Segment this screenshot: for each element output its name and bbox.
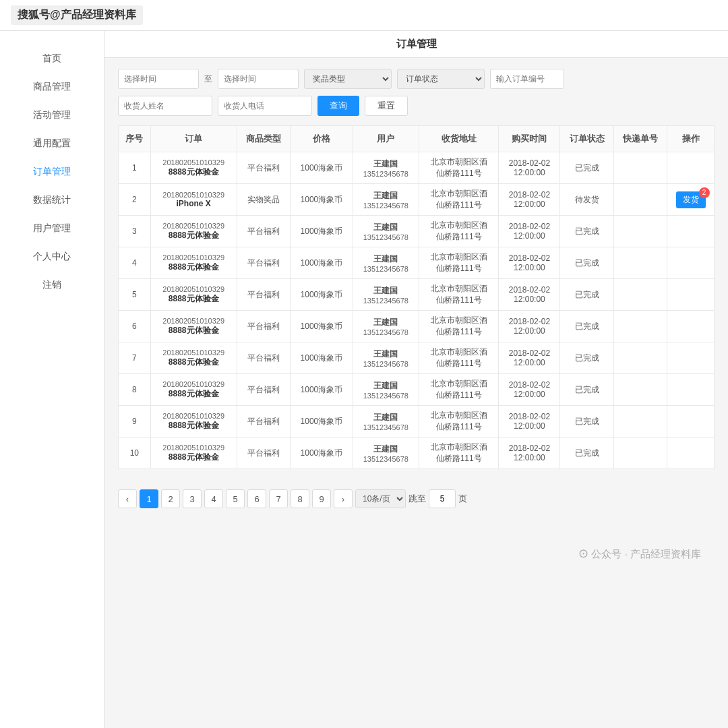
filter-row-1: 至 奖品类型 订单状态	[118, 69, 715, 89]
cell-user: 王建国13512345678	[353, 406, 419, 437]
cell-product-type: 平台福利	[237, 342, 290, 374]
cell-status: 已完成	[560, 247, 613, 279]
cell-product-type: 平台福利	[237, 152, 290, 184]
cell-user: 王建国13512345678	[353, 342, 419, 374]
table-row: 12018020510103298888元体验金平台福利1000海象币王建国13…	[119, 152, 715, 184]
date-to-input[interactable]	[218, 69, 299, 89]
sidebar-item-activities[interactable]: 活动管理	[0, 101, 104, 129]
sidebar-item-profile[interactable]: 个人中心	[0, 243, 104, 271]
cell-index: 1	[119, 152, 151, 184]
sidebar-item-orders[interactable]: 订单管理	[0, 158, 104, 186]
sidebar-item-users[interactable]: 用户管理	[0, 214, 104, 243]
table-row: 82018020510103298888元体验金平台福利1000海象币王建国13…	[119, 374, 715, 406]
cell-action	[667, 247, 715, 279]
cell-index: 4	[119, 247, 151, 279]
cell-product-type: 平台福利	[237, 311, 290, 342]
cell-user: 王建国13512345678	[353, 374, 419, 406]
order-no-input[interactable]	[490, 69, 564, 89]
cell-product-type: 平台福利	[237, 406, 290, 437]
col-address: 收货地址	[419, 126, 499, 152]
page-size-select[interactable]: 10条/页 20条/页 50条/页	[355, 489, 406, 508]
table-row: 92018020510103298888元体验金平台福利1000海象币王建国13…	[119, 406, 715, 437]
page-btn-6[interactable]: 6	[247, 489, 266, 508]
cell-buy-time: 2018-02-0212:00:00	[499, 374, 560, 406]
cell-product-type: 实物奖品	[237, 184, 290, 216]
page-btn-7[interactable]: 7	[269, 489, 288, 508]
cell-status: 已完成	[560, 406, 613, 437]
cell-status: 已完成	[560, 279, 613, 311]
query-button[interactable]: 查询	[317, 96, 359, 116]
cell-order: 2018020510103298888元体验金	[150, 279, 237, 311]
filter-row-2: 查询 重置	[118, 96, 715, 116]
cell-user: 王建国13512345678	[353, 184, 419, 216]
cell-user: 王建国13512345678	[353, 247, 419, 279]
cell-product-type: 平台福利	[237, 374, 290, 406]
cell-buy-time: 2018-02-0212:00:00	[499, 406, 560, 437]
sidebar-item-home[interactable]: 首页	[0, 44, 104, 73]
page-btn-8[interactable]: 8	[291, 489, 309, 508]
cell-buy-time: 2018-02-0212:00:00	[499, 437, 560, 469]
receiver-name-input[interactable]	[118, 96, 212, 116]
cell-order: 2018020510103298888元体验金	[150, 247, 237, 279]
date-from-input[interactable]	[118, 69, 199, 89]
cell-price: 1000海象币	[291, 184, 353, 216]
cell-action	[667, 152, 715, 184]
cell-buy-time: 2018-02-0212:00:00	[499, 152, 560, 184]
page-btn-5[interactable]: 5	[226, 489, 245, 508]
cell-order: 2018020510103298888元体验金	[150, 152, 237, 184]
cell-order: 2018020510103298888元体验金	[150, 311, 237, 342]
next-page-button[interactable]: ›	[334, 489, 353, 508]
main-content: 订单管理 至 奖品类型 订单状态 查询 重置	[104, 31, 728, 728]
cell-buy-time: 2018-02-0212:00:00	[499, 184, 560, 216]
cell-address: 北京市朝阳区酒仙桥路111号	[419, 152, 499, 184]
cell-buy-time: 2018-02-0212:00:00	[499, 311, 560, 342]
table-row: 52018020510103298888元体验金平台福利1000海象币王建国13…	[119, 279, 715, 311]
sidebar-item-logout[interactable]: 注销	[0, 271, 104, 299]
sidebar-item-stats[interactable]: 数据统计	[0, 186, 104, 214]
sidebar-item-config[interactable]: 通用配置	[0, 129, 104, 158]
cell-user: 王建国13512345678	[353, 152, 419, 184]
page-title: 订单管理	[104, 31, 728, 58]
cell-action: 发货2	[667, 184, 715, 216]
table-header-row: 序号 订单 商品类型 价格 用户 收货地址 购买时间 订单状态 快递单号 操作	[119, 126, 715, 152]
cell-index: 2	[119, 184, 151, 216]
cell-index: 7	[119, 342, 151, 374]
cell-address: 北京市朝阳区酒仙桥路111号	[419, 406, 499, 437]
table-row: 72018020510103298888元体验金平台福利1000海象币王建国13…	[119, 342, 715, 374]
cell-order: 2018020510103298888元体验金	[150, 374, 237, 406]
prev-page-button[interactable]: ‹	[118, 489, 137, 508]
cell-express	[613, 279, 667, 311]
watermark: ⊙ 公众号 · 产品经理资料库	[104, 526, 728, 574]
jump-input[interactable]	[429, 489, 456, 508]
cell-buy-time: 2018-02-0212:00:00	[499, 342, 560, 374]
cell-user: 王建国13512345678	[353, 437, 419, 469]
pagination: ‹ 1 2 3 4 5 6 7 8 9 › 10条/页 20条/页 50条/页 …	[118, 483, 715, 515]
cell-action	[667, 374, 715, 406]
reset-button[interactable]: 重置	[365, 96, 408, 116]
cell-express	[613, 437, 667, 469]
cell-buy-time: 2018-02-0212:00:00	[499, 247, 560, 279]
cell-price: 1000海象币	[291, 216, 353, 247]
cell-price: 1000海象币	[291, 342, 353, 374]
table-row: 2201802051010329iPhone X实物奖品1000海象币王建国13…	[119, 184, 715, 216]
page-btn-9[interactable]: 9	[312, 489, 331, 508]
cell-action	[667, 342, 715, 374]
order-status-select[interactable]: 订单状态	[397, 69, 485, 89]
page-btn-3[interactable]: 3	[183, 489, 202, 508]
prize-type-select[interactable]: 奖品类型	[304, 69, 392, 89]
page-btn-1[interactable]: 1	[140, 489, 158, 508]
page-btn-2[interactable]: 2	[161, 489, 180, 508]
cell-address: 北京市朝阳区酒仙桥路111号	[419, 279, 499, 311]
cell-status: 已完成	[560, 374, 613, 406]
page-btn-4[interactable]: 4	[204, 489, 223, 508]
page-suffix: 页	[458, 493, 467, 505]
cell-action	[667, 279, 715, 311]
cell-order: 2018020510103298888元体验金	[150, 406, 237, 437]
sidebar-item-products[interactable]: 商品管理	[0, 73, 104, 101]
top-header: 搜狐号@产品经理资料库	[0, 0, 728, 31]
cell-status: 已完成	[560, 437, 613, 469]
cell-index: 10	[119, 437, 151, 469]
receiver-phone-input[interactable]	[218, 96, 312, 116]
cell-index: 5	[119, 279, 151, 311]
ship-button[interactable]: 发货2	[676, 191, 706, 208]
